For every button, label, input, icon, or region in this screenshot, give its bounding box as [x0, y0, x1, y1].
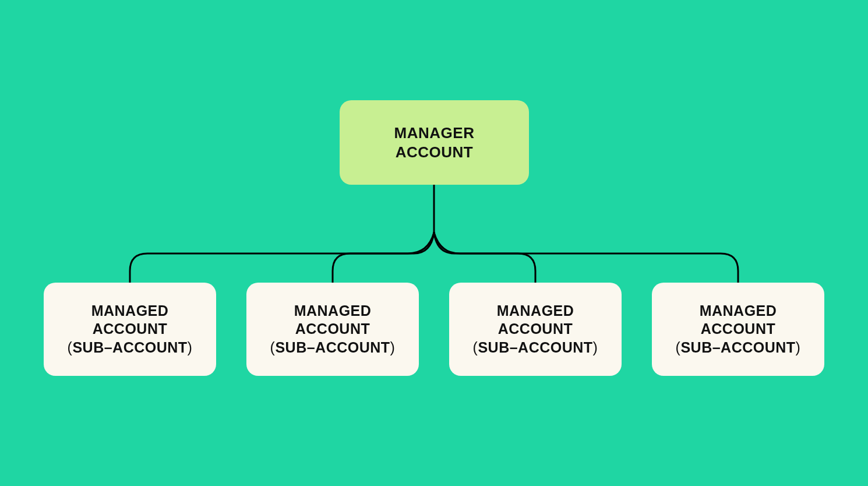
manager-account-label-line1: MANAGER — [394, 124, 475, 143]
connector-lines — [0, 0, 868, 486]
managed-account-label-line2: ACCOUNT — [93, 320, 168, 338]
managed-account-label-line2: ACCOUNT — [295, 320, 371, 338]
managed-account-node-3: MANAGED ACCOUNT (SUB–ACCOUNT) — [449, 283, 622, 376]
managed-account-label-line1: MANAGED — [497, 302, 574, 320]
managed-account-label-line1: MANAGED — [91, 302, 169, 320]
managed-account-label-line2: ACCOUNT — [701, 320, 776, 338]
managed-account-label-line3: (SUB–ACCOUNT) — [473, 339, 598, 357]
managed-account-label-line1: MANAGED — [700, 302, 777, 320]
manager-account-node: MANAGER ACCOUNT — [340, 100, 529, 185]
managed-account-label-line3: (SUB–ACCOUNT) — [270, 339, 396, 357]
managed-account-node-4: MANAGED ACCOUNT (SUB–ACCOUNT) — [652, 283, 824, 376]
managed-account-label-line1: MANAGED — [294, 302, 372, 320]
managed-account-label-line3: (SUB–ACCOUNT) — [68, 339, 193, 357]
managed-account-node-1: MANAGED ACCOUNT (SUB–ACCOUNT) — [44, 283, 216, 376]
managed-account-label-line3: (SUB–ACCOUNT) — [676, 339, 801, 357]
manager-account-label-line2: ACCOUNT — [396, 143, 474, 162]
managed-account-label-line2: ACCOUNT — [498, 320, 573, 338]
managed-account-node-2: MANAGED ACCOUNT (SUB–ACCOUNT) — [246, 283, 419, 376]
